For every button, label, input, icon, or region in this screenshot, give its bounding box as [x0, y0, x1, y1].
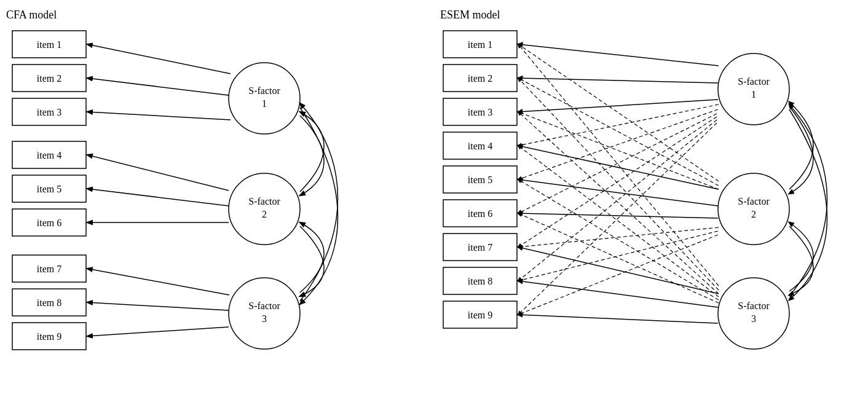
cfa-arrow-f3-i8: [87, 302, 229, 310]
cfa-arrow-f3-i7: [87, 269, 229, 295]
esem-solid-f2-i5: [518, 179, 718, 206]
esem-dashed-f1-i5: [518, 109, 718, 179]
cfa-item-label-7: item 7: [37, 264, 61, 274]
cfa-item-label-8: item 8: [37, 297, 61, 308]
cfa-diagram: CFA model item 1 item 2 item 3 item 4 it…: [0, 0, 434, 413]
esem-factor-label-1b: 1: [751, 89, 756, 100]
esem-item-label-7: item 7: [468, 242, 492, 253]
cfa-factor-label-2a: S-factor: [248, 196, 280, 206]
cfa-item-label-4: item 4: [37, 150, 61, 160]
esem-item-label-4: item 4: [468, 141, 492, 151]
cfa-item-label-2: item 2: [37, 73, 61, 84]
cfa-factor-label-1a: S-factor: [248, 85, 280, 96]
esem-diagram: ESEM model item 1 item 2 item 3 item 4 i…: [434, 0, 868, 413]
cfa-arrow-f3-i9: [87, 327, 229, 336]
esem-solid-f2-i6: [518, 213, 718, 218]
esem-dashed-f2-i7: [518, 227, 719, 247]
cfa-factor-label-3b: 3: [262, 313, 267, 324]
cfa-corr-f2-f1: [300, 112, 324, 192]
esem-dashed-f2-i2: [518, 78, 719, 186]
cfa-factor-label-2b: 2: [262, 209, 267, 219]
cfa-arrow-f2-i4: [87, 155, 229, 191]
esem-factor-label-3b: 3: [751, 313, 756, 324]
esem-dashed-f1-i7: [518, 117, 717, 247]
esem-title: ESEM model: [440, 9, 500, 21]
esem-item-label-3: item 3: [468, 107, 492, 117]
esem-item-label-8: item 8: [468, 276, 492, 286]
cfa-arrow-f1-i1: [87, 44, 231, 74]
esem-dashed-f2-i1: [518, 44, 719, 181]
cfa-arrow-f1-i3: [87, 112, 231, 120]
cfa-corr-f3-f2: [300, 222, 324, 293]
esem-item-label-6: item 6: [468, 208, 492, 219]
esem-dashed-f1-i6: [518, 114, 717, 213]
cfa-item-label-1: item 1: [37, 39, 61, 50]
cfa-arrow-f2-i5: [87, 189, 229, 206]
esem-factor-label-2b: 2: [751, 209, 756, 219]
cfa-item-label-5: item 5: [37, 184, 61, 194]
cfa-corr-f2-f3: [300, 226, 324, 296]
esem-item-label-5: item 5: [468, 175, 492, 185]
cfa-item-label-3: item 3: [37, 107, 61, 117]
cfa-arrow-f1-i2: [87, 78, 229, 95]
esem-dashed-f3-i5: [518, 179, 719, 300]
main-container: CFA model item 1 item 2 item 3 item 4 it…: [0, 0, 868, 413]
esem-item-label-9: item 9: [468, 310, 492, 320]
esem-dashed-f3-i3: [518, 112, 719, 294]
esem-solid-f3-i8: [518, 281, 718, 307]
esem-factor-label-1a: S-factor: [738, 76, 770, 87]
esem-dashed-f2-i9: [518, 235, 718, 315]
esem-item-label-2: item 2: [468, 73, 492, 84]
esem-factor-label-2a: S-factor: [738, 196, 770, 206]
esem-corr-f3-f1: [789, 104, 827, 296]
esem-corr-f2-f3: [789, 226, 813, 295]
cfa-title: CFA model: [6, 9, 57, 21]
cfa-factor-label-1b: 1: [262, 98, 267, 109]
esem-corr-f3-f2: [789, 222, 813, 291]
cfa-corr-f3-f1: [300, 103, 338, 301]
esem-factor-label-3a: S-factor: [738, 301, 770, 311]
esem-dashed-f3-i4: [518, 146, 719, 297]
cfa-item-label-9: item 9: [37, 331, 61, 342]
cfa-corr-f1-f3: [300, 108, 338, 304]
esem-solid-f2-i4: [518, 146, 719, 189]
esem-solid-f3-i9: [518, 315, 718, 323]
esem-solid-f3-i7: [518, 247, 719, 294]
esem-solid-f1-i1: [518, 44, 719, 66]
esem-item-label-1: item 1: [468, 39, 492, 50]
cfa-item-label-6: item 6: [37, 218, 61, 228]
cfa-factor-label-3a: S-factor: [248, 301, 280, 311]
esem-dashed-f3-i2: [518, 78, 719, 290]
